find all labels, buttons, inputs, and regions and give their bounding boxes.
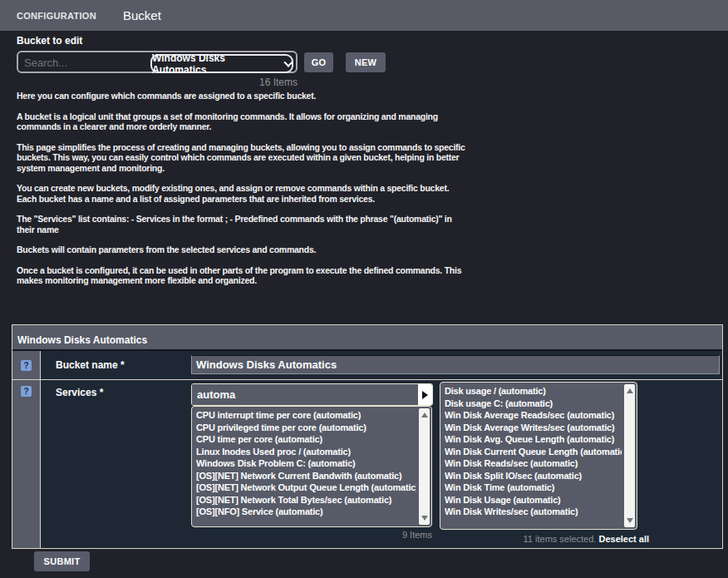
service-option[interactable]: [OS][NET] Network Current Bandwith (auto…	[196, 470, 416, 482]
service-option[interactable]: CPU time per core (automatic)	[196, 433, 416, 446]
top-navigation-bar: CONFIGURATION Bucket	[0, 0, 728, 31]
selected-service-option[interactable]: Disk usage C: (automatic)	[445, 398, 622, 410]
selected-count-text: 11 items selected.	[524, 534, 597, 544]
bucket-name-input[interactable]	[191, 355, 720, 374]
services-filter-apply-button[interactable]	[418, 384, 432, 405]
services-row: ? Services * CPU interrupt time per core…	[12, 380, 722, 548]
scroll-down-icon[interactable]	[627, 518, 633, 523]
bucket-name-row: ? Bucket name *	[12, 351, 722, 380]
selected-service-option[interactable]: Win Disk Average Writes/sec (automatic)	[445, 422, 622, 434]
configuration-menu[interactable]: CONFIGURATION	[17, 0, 96, 31]
description-paragraph: This page simplifies the process of crea…	[17, 142, 598, 174]
description-paragraph: Buckets will contain parameters from the…	[17, 245, 598, 255]
help-icon[interactable]: ?	[21, 386, 32, 397]
selected-service-option[interactable]: Win Disk Average Reads/sec (automatic)	[445, 409, 622, 422]
scroll-up-icon[interactable]	[627, 388, 633, 393]
bucket-select-value: Windows Disks Automatics	[152, 52, 278, 76]
services-filter-input[interactable]	[192, 384, 418, 405]
bucket-to-edit-label: Bucket to edit	[17, 35, 82, 47]
available-services-count: 9 Items	[191, 530, 432, 540]
service-option[interactable]: Windows Disk Problem C: (automatic)	[196, 457, 416, 470]
selected-service-option[interactable]: Win Disk Writes/sec (automatic)	[445, 506, 622, 518]
new-button[interactable]: NEW	[346, 52, 386, 72]
help-gutter: ?	[12, 380, 41, 548]
selected-services-list[interactable]: Disk usage / (automatic)Disk usage C: (a…	[440, 382, 637, 530]
submit-button[interactable]: SUBMIT	[34, 551, 90, 571]
selected-service-option[interactable]: Win Disk Current Queue Length (automatic…	[445, 446, 622, 458]
service-option[interactable]: Linux Inodes Used proc / (automatic)	[196, 446, 416, 458]
description-paragraph: Here you can configure which commands ar…	[17, 91, 598, 101]
scroll-up-icon[interactable]	[421, 413, 428, 417]
service-option[interactable]: CPU interrupt time per core (automatic)	[196, 409, 416, 422]
deselect-all-link[interactable]: Deselect all	[598, 534, 649, 544]
help-gutter: ?	[12, 351, 41, 379]
bucket-edit-form: Windows Disks Automatics ? Bucket name *…	[12, 324, 723, 549]
arrow-right-icon	[422, 391, 428, 399]
description-paragraph: A bucket is a logical unit that groups a…	[17, 111, 598, 132]
scrollbar[interactable]	[419, 408, 430, 525]
services-label: Services *	[56, 387, 103, 398]
service-option[interactable]: CPU privileged time per core (automatic)	[196, 422, 416, 434]
form-title: Windows Disks Automatics	[12, 325, 722, 351]
service-option[interactable]: [OS][NFO] Service (automatic)	[196, 506, 416, 518]
description-paragraph: Once a bucket is configured, it can be u…	[17, 265, 598, 286]
selected-service-option[interactable]: Win Disk Reads/sec (automatic)	[445, 457, 622, 470]
selected-services-status: 11 items selected. Deselect all	[440, 534, 649, 544]
selected-service-option[interactable]: Win Disk Split IO/sec (automatic)	[445, 470, 622, 482]
go-button[interactable]: GO	[304, 52, 333, 72]
service-option[interactable]: [OS][NET] Network Output Queue Length (a…	[196, 482, 416, 494]
bucket-items-count: 16 Items	[17, 77, 298, 88]
bucket-name-label: Bucket name *	[56, 359, 125, 371]
selected-service-option[interactable]: Win Disk Avg. Queue Length (automatic)	[445, 433, 622, 446]
selected-service-option[interactable]: Win Disk Usage (automatic)	[445, 494, 622, 506]
page-title: Bucket	[123, 0, 161, 31]
page-description: Here you can configure which commands ar…	[17, 91, 598, 296]
bucket-search-box: Windows Disks Automatics	[17, 51, 298, 73]
description-paragraph: The "Services" list contains: - Services…	[17, 214, 598, 235]
search-input[interactable]	[22, 53, 159, 72]
selected-service-option[interactable]: Disk usage / (automatic)	[445, 385, 622, 398]
services-filter	[191, 383, 433, 406]
selected-service-option[interactable]: Win Disk Time (automatic)	[445, 482, 622, 494]
chevron-down-icon	[283, 57, 293, 67]
available-services-list[interactable]: CPU interrupt time per core (automatic)C…	[191, 406, 432, 527]
scroll-down-icon[interactable]	[421, 516, 428, 521]
help-icon[interactable]: ?	[21, 360, 32, 371]
description-paragraph: You can create new buckets, modify exist…	[17, 183, 598, 204]
bucket-select[interactable]: Windows Disks Automatics	[150, 54, 293, 73]
scrollbar[interactable]	[624, 384, 635, 527]
service-option[interactable]: [OS][NET] Network Total Bytes/sec (autom…	[196, 494, 416, 506]
